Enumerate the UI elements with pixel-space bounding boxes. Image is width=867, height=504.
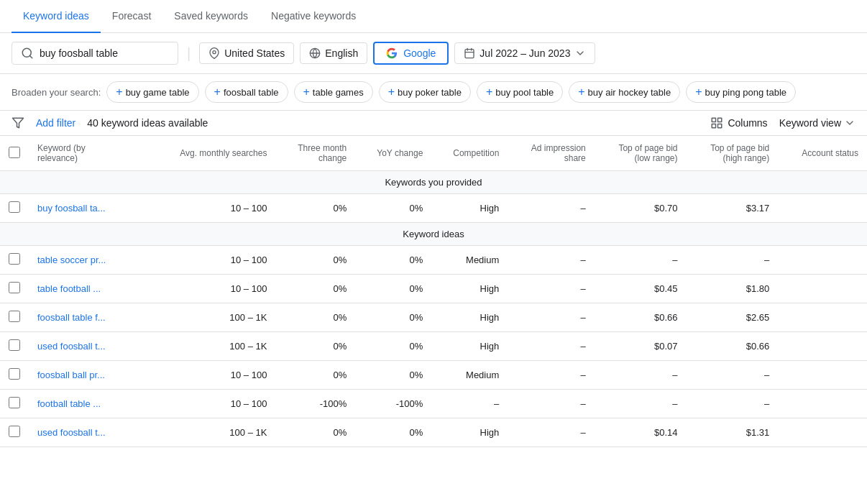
broaden-search-area: Broaden your search: + buy game table + … (0, 74, 867, 111)
table-row: football table ... 10 – 100 -100% -100% … (0, 390, 867, 418)
idea-row-top-bid-low-0: – (595, 246, 687, 275)
search-bar-area: | United States English Google (0, 33, 867, 74)
google-icon (386, 47, 398, 59)
idea-row-avg-1: 10 – 100 (150, 275, 276, 303)
idea-row-keyword-2[interactable]: foosball table f... (29, 303, 150, 332)
row-checkbox-input-0[interactable] (9, 201, 20, 213)
idea-row-ad-impression-6: – (508, 418, 594, 447)
idea-row-top-bid-high-0: – (687, 246, 779, 275)
idea-row-checkbox-3[interactable] (0, 332, 29, 361)
section-ideas: Keyword ideas (0, 223, 867, 246)
keywords-count: 40 keyword ideas available (87, 117, 699, 129)
idea-row-yoy-2: 0% (355, 303, 431, 332)
idea-row-checkbox-0[interactable] (0, 246, 29, 275)
idea-row-checkbox-input-4[interactable] (9, 368, 20, 380)
idea-row-top-bid-low-4: – (595, 361, 687, 390)
svg-rect-13 (718, 124, 722, 128)
row-checkbox-0[interactable] (0, 194, 29, 223)
idea-row-avg-6: 100 – 1K (150, 418, 276, 447)
broaden-chip-label-3: buy poker table (398, 87, 462, 98)
date-chip[interactable]: Jul 2022 – Jun 2023 (454, 42, 595, 64)
row-account-status-0 (778, 194, 867, 223)
columns-button[interactable]: Columns (710, 116, 767, 129)
idea-row-avg-5: 10 – 100 (150, 390, 276, 418)
add-filter-button[interactable]: Add filter (36, 117, 75, 129)
idea-row-account-status-0 (778, 246, 867, 275)
idea-row-checkbox-input-0[interactable] (9, 253, 20, 265)
idea-row-keyword-5[interactable]: football table ... (29, 390, 150, 418)
idea-row-3mo-1: 0% (275, 275, 355, 303)
idea-row-keyword-1[interactable]: table football ... (29, 275, 150, 303)
keywords-table-wrapper: Keyword (byrelevance) Avg. monthly searc… (0, 136, 867, 447)
table-row: buy foosball ta... 10 – 100 0% 0% High –… (0, 194, 867, 223)
col-account-status: Account status (778, 136, 867, 171)
idea-row-yoy-5: -100% (355, 390, 431, 418)
network-button[interactable]: Google (373, 42, 449, 65)
idea-row-ad-impression-4: – (508, 361, 594, 390)
location-icon (208, 47, 220, 59)
idea-row-top-bid-high-3: $0.66 (687, 332, 779, 361)
idea-row-3mo-5: -100% (275, 390, 355, 418)
col-checkbox[interactable] (0, 136, 29, 171)
broaden-chip-2[interactable]: + table games (294, 81, 373, 103)
idea-row-checkbox-input-3[interactable] (9, 339, 20, 351)
chevron-down-icon (574, 47, 586, 59)
plus-icon-0: + (116, 86, 122, 98)
broaden-chip-1[interactable]: + foosball table (205, 81, 288, 103)
calendar-icon (464, 47, 475, 59)
search-input[interactable] (40, 47, 169, 59)
idea-row-checkbox-4[interactable] (0, 361, 29, 390)
idea-row-checkbox-2[interactable] (0, 303, 29, 332)
idea-row-ad-impression-3: – (508, 332, 594, 361)
filter-icon-button[interactable] (12, 116, 24, 129)
idea-row-keyword-6[interactable]: used foosball t... (29, 418, 150, 447)
keyword-view-label: Keyword view (779, 117, 841, 129)
broaden-chip-4[interactable]: + buy pool table (477, 81, 563, 103)
idea-row-account-status-2 (778, 303, 867, 332)
idea-row-keyword-0[interactable]: table soccer pr... (29, 246, 150, 275)
idea-row-checkbox-1[interactable] (0, 275, 29, 303)
idea-row-ad-impression-1: – (508, 275, 594, 303)
idea-row-checkbox-5[interactable] (0, 390, 29, 418)
broaden-chip-6[interactable]: + buy ping pong table (686, 81, 796, 103)
broaden-chip-3[interactable]: + buy poker table (379, 81, 471, 103)
plus-icon-4: + (486, 86, 492, 98)
idea-row-competition-0: Medium (431, 246, 508, 275)
idea-row-yoy-4: 0% (355, 361, 431, 390)
section-provided: Keywords you provided (0, 171, 867, 194)
table-row: table football ... 10 – 100 0% 0% High –… (0, 275, 867, 303)
idea-row-checkbox-input-1[interactable] (9, 282, 20, 293)
tab-forecast[interactable]: Forecast (101, 0, 162, 33)
idea-row-keyword-3[interactable]: used foosball t... (29, 332, 150, 361)
idea-row-checkbox-input-2[interactable] (9, 311, 20, 322)
idea-row-3mo-3: 0% (275, 332, 355, 361)
idea-row-account-status-3 (778, 332, 867, 361)
idea-row-yoy-6: 0% (355, 418, 431, 447)
idea-row-checkbox-input-5[interactable] (9, 397, 20, 408)
idea-row-checkbox-input-6[interactable] (9, 426, 20, 437)
idea-row-yoy-3: 0% (355, 332, 431, 361)
tab-negative-keywords[interactable]: Negative keywords (260, 0, 367, 33)
idea-row-keyword-4[interactable]: foosball ball pr... (29, 361, 150, 390)
broaden-chip-label-5: buy air hockey table (588, 87, 671, 98)
idea-row-top-bid-low-3: $0.07 (595, 332, 687, 361)
broaden-chip-label-6: buy ping pong table (705, 87, 786, 98)
select-all-checkbox[interactable] (9, 147, 20, 158)
idea-row-avg-2: 100 – 1K (150, 303, 276, 332)
keyword-view-button[interactable]: Keyword view (779, 117, 855, 129)
idea-row-checkbox-6[interactable] (0, 418, 29, 447)
row-top-bid-low-0: $0.70 (595, 194, 687, 223)
idea-row-competition-1: High (431, 275, 508, 303)
broaden-chip-5[interactable]: + buy air hockey table (569, 81, 680, 103)
tab-saved-keywords[interactable]: Saved keywords (162, 0, 260, 33)
col-yoy: YoY change (355, 136, 431, 171)
search-box[interactable] (12, 42, 178, 65)
row-keyword-0[interactable]: buy foosball ta... (29, 194, 150, 223)
idea-row-yoy-0: 0% (355, 246, 431, 275)
broaden-chip-0[interactable]: + buy game table (106, 81, 198, 103)
idea-row-account-status-5 (778, 390, 867, 418)
table-row: foosball ball pr... 10 – 100 0% 0% Mediu… (0, 361, 867, 390)
location-chip[interactable]: United States (199, 42, 294, 64)
tab-keyword-ideas[interactable]: Keyword ideas (12, 0, 101, 33)
language-chip[interactable]: English (300, 42, 367, 64)
